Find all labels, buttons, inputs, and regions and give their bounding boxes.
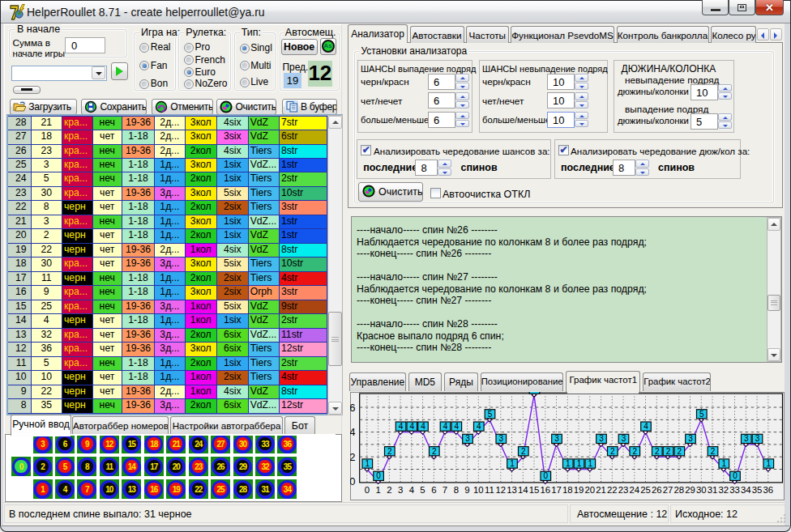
- svg-text:3: 3: [398, 485, 403, 495]
- svg-text:22: 22: [607, 485, 618, 495]
- svg-text:23: 23: [618, 485, 629, 495]
- svg-text:4: 4: [643, 422, 648, 431]
- svg-text:19: 19: [574, 485, 584, 495]
- svg-text:1: 1: [375, 485, 380, 495]
- svg-text:5: 5: [420, 485, 425, 495]
- svg-text:33: 33: [729, 485, 740, 495]
- svg-text:4: 4: [421, 422, 425, 431]
- svg-text:7: 7: [443, 485, 447, 495]
- svg-text:1: 1: [588, 459, 593, 468]
- svg-text:32: 32: [718, 485, 729, 495]
- svg-text:2: 2: [387, 485, 391, 495]
- svg-text:15: 15: [529, 485, 540, 495]
- svg-text:30: 30: [696, 485, 707, 495]
- svg-text:1: 1: [566, 459, 571, 468]
- svg-text:13: 13: [507, 485, 517, 495]
- svg-text:24: 24: [629, 485, 639, 495]
- svg-text:16: 16: [540, 485, 550, 495]
- svg-text:0: 0: [365, 485, 370, 495]
- svg-text:2: 2: [610, 447, 615, 456]
- svg-text:4: 4: [477, 422, 481, 431]
- svg-text:3: 3: [554, 434, 559, 443]
- svg-text:1: 1: [722, 459, 727, 468]
- svg-text:4: 4: [409, 485, 414, 495]
- svg-text:3: 3: [465, 434, 470, 443]
- svg-text:11: 11: [485, 485, 494, 495]
- svg-text:35: 35: [752, 485, 763, 495]
- svg-text:4: 4: [443, 422, 448, 431]
- svg-text:36: 36: [763, 485, 773, 495]
- svg-text:10: 10: [473, 485, 484, 495]
- svg-text:0: 0: [733, 471, 738, 480]
- svg-text:3: 3: [499, 434, 504, 443]
- svg-text:2: 2: [711, 447, 716, 456]
- svg-text:3: 3: [599, 434, 604, 443]
- svg-text:34: 34: [741, 485, 751, 495]
- svg-text:3: 3: [688, 434, 693, 443]
- svg-text:12: 12: [495, 485, 506, 495]
- svg-text:0: 0: [544, 471, 549, 480]
- svg-text:6: 6: [431, 485, 436, 495]
- svg-text:2: 2: [633, 447, 638, 456]
- svg-text:4: 4: [350, 426, 356, 438]
- svg-text:20: 20: [584, 485, 595, 495]
- svg-text:2: 2: [678, 447, 682, 456]
- svg-text:27: 27: [663, 485, 673, 495]
- svg-text:4: 4: [399, 422, 404, 431]
- svg-text:1: 1: [366, 459, 370, 468]
- svg-text:6: 6: [350, 402, 356, 414]
- svg-text:2: 2: [387, 447, 392, 456]
- svg-text:17: 17: [551, 485, 562, 495]
- svg-text:0: 0: [350, 475, 356, 487]
- svg-text:8: 8: [454, 485, 459, 495]
- svg-text:14: 14: [518, 485, 528, 495]
- svg-text:26: 26: [652, 485, 662, 495]
- svg-text:18: 18: [562, 485, 573, 495]
- svg-text:29: 29: [685, 485, 695, 495]
- svg-text:21: 21: [596, 485, 606, 495]
- svg-text:1: 1: [767, 459, 772, 468]
- svg-text:0: 0: [376, 471, 381, 480]
- svg-text:28: 28: [673, 485, 684, 495]
- svg-text:2: 2: [655, 447, 660, 456]
- svg-text:25: 25: [640, 485, 651, 495]
- svg-text:5: 5: [699, 410, 704, 419]
- svg-text:3: 3: [744, 434, 749, 443]
- svg-text:5: 5: [488, 410, 493, 419]
- svg-text:2: 2: [521, 447, 526, 456]
- svg-text:2: 2: [350, 451, 356, 463]
- svg-text:2: 2: [432, 447, 437, 456]
- svg-text:31: 31: [708, 485, 718, 495]
- svg-text:9: 9: [464, 485, 469, 495]
- svg-text:3: 3: [622, 434, 626, 443]
- svg-text:1: 1: [577, 459, 582, 468]
- svg-text:1: 1: [510, 459, 515, 468]
- svg-text:4: 4: [410, 422, 415, 431]
- svg-text:4: 4: [455, 422, 460, 431]
- svg-text:7: 7: [532, 392, 537, 394]
- svg-text:2: 2: [666, 447, 671, 456]
- svg-text:3: 3: [755, 434, 760, 443]
